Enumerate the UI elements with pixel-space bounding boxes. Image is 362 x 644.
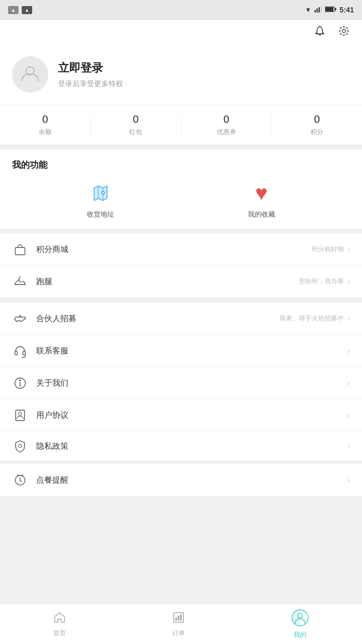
partner-right: 商家、骑手火热招募中 › <box>280 314 350 323</box>
mine-nav-label: 我的 <box>294 631 306 639</box>
svg-rect-14 <box>23 351 25 355</box>
chevron-icon: › <box>347 314 350 323</box>
balance-number: 0 <box>42 113 48 126</box>
time-display: 5:41 <box>339 6 354 14</box>
menu-item-about[interactable]: 关于我们 › <box>0 367 362 399</box>
agreement-label: 用户协议 <box>36 410 347 421</box>
svg-rect-3 <box>321 6 322 12</box>
status-bar: ▲ ▲ ▼ 5:41 <box>0 0 362 20</box>
privacy-right: › <box>347 442 350 451</box>
divider-3 <box>0 298 362 303</box>
partner-label: 合伙人招募 <box>36 313 280 324</box>
function-favorites[interactable]: ♥ 我的收藏 <box>248 181 275 219</box>
about-right: › <box>347 378 350 388</box>
stat-coupon[interactable]: 0 优惠券 <box>181 113 272 136</box>
battery-icon <box>325 6 336 14</box>
favorites-label: 我的收藏 <box>248 210 275 219</box>
chevron-icon: › <box>347 346 350 355</box>
chevron-icon: › <box>347 475 350 485</box>
runner-label: 跑腿 <box>36 276 299 287</box>
svg-point-17 <box>20 380 21 381</box>
app-icon-1: ▲ <box>8 6 19 14</box>
top-action-bar <box>0 20 362 44</box>
headphone-icon-wrap <box>12 343 28 359</box>
shoe-icon-wrap <box>12 274 28 290</box>
function-address[interactable]: 收货地址 <box>87 181 114 219</box>
balance-label: 余额 <box>39 128 51 136</box>
reminder-right: › <box>347 475 350 485</box>
avatar <box>12 56 48 93</box>
partner-right-text: 商家、骑手火热招募中 <box>280 314 344 323</box>
function-grid: 收货地址 ♥ 我的收藏 <box>12 181 350 219</box>
signal-icon <box>315 6 322 14</box>
svg-rect-5 <box>325 7 333 11</box>
orders-icon <box>172 611 185 627</box>
points-number: 0 <box>314 113 320 126</box>
status-bar-right: ▼ 5:41 <box>305 6 354 14</box>
orders-nav-label: 订单 <box>172 629 185 638</box>
heart-icon-wrap: ♥ <box>249 181 274 205</box>
divider-1 <box>0 144 362 149</box>
svg-rect-25 <box>180 614 182 621</box>
menu-item-customer-service[interactable]: 联系客服 › <box>0 335 362 367</box>
points-mall-label: 积分商城 <box>36 244 312 255</box>
stats-row: 0 余额 0 红包 0 优惠券 0 积分 <box>0 105 362 144</box>
svg-rect-23 <box>175 617 177 621</box>
clock-icon-wrap <box>12 472 28 488</box>
svg-rect-0 <box>315 10 316 12</box>
customer-service-right: › <box>347 346 350 355</box>
wifi-icon: ▼ <box>305 6 311 14</box>
login-title[interactable]: 立即登录 <box>58 60 123 76</box>
points-mall-right: 积分购好物 › <box>312 245 350 254</box>
notification-bell-icon[interactable] <box>314 25 326 40</box>
shield-icon-wrap <box>12 438 28 454</box>
redpacket-label: 红包 <box>129 128 142 136</box>
menu-item-privacy[interactable]: 隐私政策 › <box>0 431 362 464</box>
menu-item-runner[interactable]: 跑腿 您吩咐，我办事 › <box>0 266 362 298</box>
home-icon <box>53 611 66 627</box>
about-label: 关于我们 <box>36 378 347 388</box>
svg-rect-24 <box>178 616 179 621</box>
functions-section-title: 我的功能 <box>12 159 350 171</box>
nav-item-home[interactable]: 首页 <box>53 611 66 638</box>
runner-right: 您吩咐，我办事 › <box>299 277 350 286</box>
nav-item-orders[interactable]: 订单 <box>172 611 185 638</box>
default-avatar-icon <box>20 63 40 87</box>
coupon-label: 优惠券 <box>217 128 236 136</box>
profile-info: 立即登录 登录后享受更多特权 <box>58 60 123 89</box>
bottom-navigation: 首页 订单 我的 <box>0 604 362 644</box>
mine-active-icon <box>291 609 309 628</box>
heart-icon: ♥ <box>255 182 268 203</box>
bag-icon-wrap <box>12 242 28 258</box>
runner-right-text: 您吩咐，我办事 <box>299 277 344 286</box>
login-subtitle: 登录后享受更多特权 <box>58 79 123 89</box>
nav-item-mine[interactable]: 我的 <box>291 609 309 639</box>
menu-item-agreement[interactable]: 用户协议 › <box>0 399 362 431</box>
stat-points[interactable]: 0 积分 <box>272 113 362 136</box>
handshake-icon-wrap <box>12 311 28 327</box>
svg-rect-1 <box>317 8 318 12</box>
points-label: 积分 <box>311 128 323 136</box>
svg-point-11 <box>102 192 104 194</box>
svg-point-7 <box>342 29 346 33</box>
profile-section[interactable]: 立即登录 登录后享受更多特权 <box>0 44 362 105</box>
user-doc-icon-wrap <box>12 407 28 423</box>
address-label: 收货地址 <box>87 210 114 219</box>
menu-list: 积分商城 积分购好物 › 跑腿 您吩咐，我办事 › 合伙人招募 <box>0 233 362 496</box>
svg-rect-13 <box>15 351 17 355</box>
points-mall-right-text: 积分购好物 <box>312 245 344 254</box>
agreement-right: › <box>347 411 350 420</box>
stat-balance[interactable]: 0 余额 <box>0 113 90 136</box>
menu-item-reminder[interactable]: 点餐提醒 › <box>0 464 362 496</box>
settings-icon[interactable] <box>338 25 350 40</box>
privacy-label: 隐私政策 <box>36 441 347 452</box>
chevron-icon: › <box>347 378 350 388</box>
app-icon-2: ▲ <box>22 6 32 14</box>
divider-2 <box>0 229 362 233</box>
menu-item-points-mall[interactable]: 积分商城 积分购好物 › <box>0 233 362 266</box>
menu-item-partner[interactable]: 合伙人招募 商家、骑手火热招募中 › <box>0 303 362 335</box>
stat-redpacket[interactable]: 0 红包 <box>90 113 181 136</box>
chevron-icon: › <box>347 245 350 254</box>
status-bar-left: ▲ ▲ <box>8 6 32 14</box>
coupon-number: 0 <box>223 113 229 126</box>
